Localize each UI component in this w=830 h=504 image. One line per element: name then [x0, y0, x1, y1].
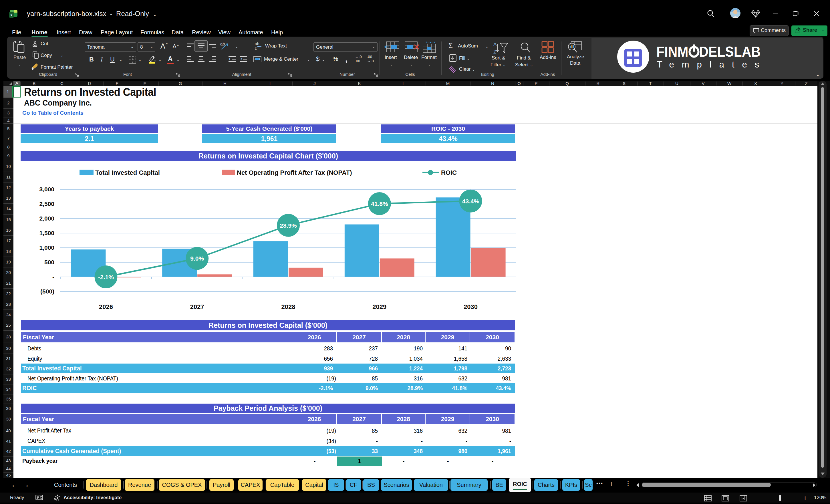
svg-text:2026: 2026: [99, 303, 113, 310]
svg-text:ab: ab: [220, 41, 225, 46]
svg-text:9.0%: 9.0%: [190, 255, 204, 262]
svg-text:1,000: 1,000: [39, 244, 54, 251]
svg-text:2030: 2030: [464, 303, 478, 310]
svg-text:41.8%: 41.8%: [371, 200, 388, 207]
svg-text:500: 500: [44, 259, 54, 265]
svg-text:2028: 2028: [281, 303, 295, 310]
svg-text:Z: Z: [493, 49, 496, 55]
svg-text:-2.1%: -2.1%: [98, 274, 114, 280]
svg-text:2,000: 2,000: [39, 215, 54, 222]
svg-text:3,000: 3,000: [39, 186, 54, 192]
svg-text:2027: 2027: [190, 303, 204, 310]
svg-text:2,500: 2,500: [39, 200, 54, 207]
svg-text:Net Operating Profit After Tax: Net Operating Profit After Tax (NOPAT): [237, 169, 352, 176]
svg-text:(500): (500): [40, 288, 54, 295]
svg-text:A: A: [493, 42, 497, 47]
svg-text:1,500: 1,500: [39, 230, 54, 236]
svg-text:Total Invested Capital: Total Invested Capital: [95, 169, 160, 176]
svg-text:2029: 2029: [372, 303, 386, 310]
svg-text:-: -: [52, 274, 54, 280]
svg-text:ROIC: ROIC: [441, 169, 457, 176]
svg-text:28.9%: 28.9%: [280, 222, 297, 229]
svg-text:43.4%: 43.4%: [462, 198, 479, 204]
svg-text:ab: ab: [255, 41, 259, 46]
svg-text:c: c: [255, 46, 257, 50]
